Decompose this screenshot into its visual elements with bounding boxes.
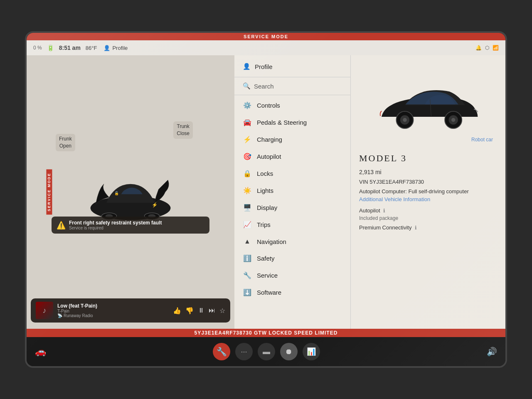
music-player: ♪ Low (feat T-Pain) T-Pain 📡 Runaway Rad… — [31, 298, 230, 323]
thumbs-up-button[interactable]: 👍 — [173, 307, 181, 315]
bluetooth-icon: ⬡ — [485, 45, 489, 51]
locks-label: Locks — [257, 170, 273, 177]
pedals-label: Pedals & Steering — [257, 119, 307, 126]
car-autopilot-computer: Autopilot Computer: Full self-driving co… — [359, 188, 497, 195]
locks-icon: 🔒 — [243, 170, 252, 177]
menu-divider-search — [234, 95, 350, 95]
search-menu-item[interactable]: 🔍 Search — [234, 79, 350, 93]
car-mileage: 2,913 mi — [359, 169, 497, 175]
svg-point-9 — [403, 118, 406, 122]
svg-point-12 — [451, 118, 455, 122]
profile-button[interactable]: 👤 Profile — [103, 45, 128, 51]
music-radio: 📡 Runaway Radio — [57, 313, 169, 318]
fault-subtitle: Service is required — [69, 226, 162, 230]
fault-title: Front right safety restraint system faul… — [69, 220, 162, 226]
lights-label: Lights — [257, 187, 273, 194]
pause-button[interactable]: ⏸ — [198, 307, 204, 314]
signal-icon: 📶 — [493, 45, 499, 51]
profile-label: Profile — [112, 45, 128, 51]
album-art: ♪ — [36, 302, 53, 319]
star-button[interactable]: ☆ — [219, 307, 225, 315]
status-bar: 0 % 🔋 8:51 am 86°F 👤 Profile 🔔 ⬡ 📶 — [27, 40, 505, 55]
radio-icon: 📡 — [57, 313, 62, 318]
menu-column: 👤 Profile 🔍 Search ⚙️ Controls 🚘 — [234, 55, 351, 329]
status-icons: 🔔 ⬡ 📶 — [475, 45, 499, 51]
car-info: MODEL 3 2,913 mi VIN 5YJ3E1EA4RF738730 A… — [359, 151, 497, 233]
service-icon: 🔧 — [243, 271, 252, 279]
bottom-bar: 🚗 🔧 ··· ▬ ⏺ 📊 🔊 — [27, 337, 505, 366]
display-icon: 🖥️ — [243, 204, 252, 212]
trunk-action: Close — [177, 130, 190, 137]
car-package-sub: Included package — [359, 215, 497, 221]
car-visualization: Frunk Open Trunk Close — [43, 113, 218, 271]
lights-icon: ☀️ — [243, 187, 252, 195]
next-button[interactable]: ⏭ — [209, 307, 215, 314]
dots-button[interactable]: ··· — [235, 343, 253, 360]
fault-info: Front right safety restraint system faul… — [69, 220, 162, 230]
robot-car-button[interactable]: Robot car — [471, 137, 493, 143]
service-label: Service — [257, 272, 278, 279]
additional-info-link[interactable]: Additional Vehicle Information — [359, 196, 497, 202]
layout-button[interactable]: ▬ — [258, 343, 275, 360]
menu-item-lights[interactable]: ☀️ Lights — [234, 182, 350, 199]
car-3d-image: Robot car — [359, 64, 497, 147]
info-column: Robot car MODEL 3 2,913 mi VIN 5YJ3E1EA4… — [351, 55, 505, 329]
menu-item-service[interactable]: 🔧 Service — [234, 267, 350, 284]
autopilot-label: Autopilot — [257, 153, 281, 160]
menu-item-charging[interactable]: ⚡ Charging — [234, 131, 350, 148]
music-artist: T-Pain — [57, 309, 169, 313]
menu-item-controls[interactable]: ⚙️ Controls — [234, 97, 350, 114]
battery-status: 0 % — [33, 45, 42, 51]
warning-icon: ⚠️ — [57, 221, 66, 230]
navigation-icon: ▲ — [243, 238, 252, 245]
connectivity-info-icon: ℹ — [415, 225, 417, 231]
vin-locked-bar: 5YJ3E1EA4RF738730 GTW LOCKED SPEED LIMIT… — [27, 329, 505, 337]
menu-item-navigation[interactable]: ▲ Navigation — [234, 233, 350, 250]
bottom-left: 🚗 — [35, 346, 46, 357]
svg-text:🔓: 🔓 — [114, 191, 119, 196]
menu-item-locks[interactable]: 🔒 Locks — [234, 165, 350, 182]
menu-item-trips[interactable]: 📈 Trips — [234, 216, 350, 233]
trunk-title: Trunk — [177, 123, 190, 130]
charging-label: Charging — [257, 136, 282, 143]
display-label: Display — [257, 204, 277, 211]
menu-divider-top — [234, 77, 350, 77]
frunk-label[interactable]: Frunk Open — [56, 134, 75, 151]
media-button[interactable]: ⏺ — [280, 343, 298, 360]
temperature: 86°F — [86, 45, 97, 51]
music-info: Low (feat T-Pain) T-Pain 📡 Runaway Radio — [57, 303, 169, 318]
autopilot-info-icon: ℹ — [383, 208, 385, 214]
volume-icon: 🔊 — [487, 347, 497, 356]
trips-label: Trips — [257, 221, 271, 228]
wrench-button[interactable]: 🔧 — [213, 343, 230, 360]
vin-locked-text: 5YJ3E1EA4RF738730 GTW LOCKED SPEED LIMIT… — [195, 330, 338, 336]
frunk-action: Open — [59, 143, 72, 150]
thumbs-down-button[interactable]: 👎 — [185, 307, 194, 315]
waveform-button[interactable]: 📊 — [303, 343, 320, 360]
autopilot-icon: 🎯 — [243, 153, 252, 160]
notification-icon: 🔔 — [475, 45, 482, 51]
controls-label: Controls — [257, 102, 280, 109]
bottom-car-icon: 🚗 — [35, 346, 46, 357]
menu-item-pedals[interactable]: 🚘 Pedals & Steering — [234, 114, 350, 131]
menu-item-software[interactable]: ⬇️ Software — [234, 284, 350, 301]
search-icon: 🔍 — [243, 82, 251, 90]
frunk-title: Frunk — [59, 135, 72, 143]
menu-item-display[interactable]: 🖥️ Display — [234, 199, 350, 216]
safety-icon: ℹ️ — [243, 254, 252, 262]
menu-item-autopilot[interactable]: 🎯 Autopilot — [234, 148, 350, 165]
software-label: Software — [257, 289, 281, 296]
bottom-center[interactable]: 🔧 ··· ▬ ⏺ 📊 — [213, 343, 320, 360]
menu-item-safety[interactable]: ℹ️ Safety — [234, 250, 350, 267]
car-3d-svg — [370, 72, 486, 138]
trips-icon: 📈 — [243, 221, 252, 229]
music-title: Low (feat T-Pain) — [57, 303, 169, 309]
trunk-label[interactable]: Trunk Close — [173, 121, 193, 139]
menu-profile[interactable]: 👤 Profile — [234, 59, 350, 75]
fault-banner: ⚠️ Front right safety restraint system f… — [52, 217, 209, 234]
charging-icon: ⚡ — [243, 135, 252, 143]
search-label: Search — [254, 83, 274, 90]
right-panel: 👤 Profile 🔍 Search ⚙️ Controls 🚘 — [234, 55, 505, 329]
left-panel: SERVICE MODE Frunk Open Trunk Close — [27, 55, 234, 329]
music-controls[interactable]: 👍 👎 ⏸ ⏭ ☆ — [173, 307, 225, 315]
